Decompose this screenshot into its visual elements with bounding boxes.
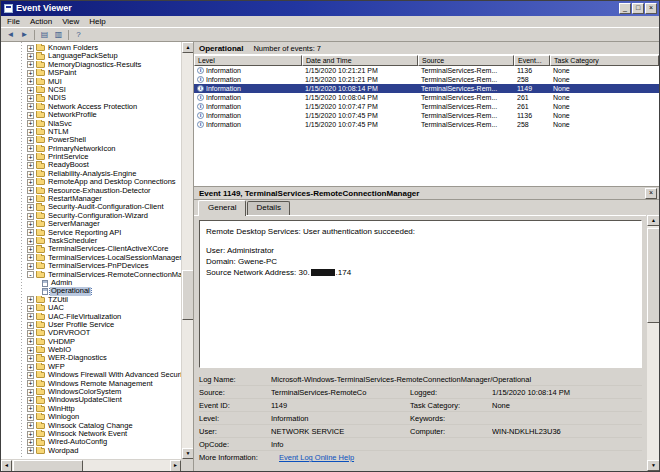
tree-item[interactable]: +PrintService [27,153,181,161]
tree-item[interactable]: +ServerManager [27,220,181,228]
tree-item[interactable]: +Wired-AutoConfig [27,438,181,446]
expand-icon[interactable]: + [27,112,34,119]
scroll-up-icon[interactable]: ▲ [182,42,194,53]
details-vertical-scrollbar[interactable]: ▲ ▼ [646,215,659,471]
tree-item[interactable]: +WFP [27,363,181,371]
tree-item[interactable]: +RemoteApp and Desktop Connections [27,178,181,186]
tree-item[interactable]: +Service Reporting API [27,229,181,237]
expand-icon[interactable]: + [27,405,34,412]
event-row[interactable]: iInformation1/15/2020 10:07:45 PMTermina… [194,120,659,129]
event-row[interactable]: iInformation1/15/2020 10:07:45 PMTermina… [194,111,659,120]
tree-item[interactable]: +Windows Firewall With Advanced Security [27,371,181,379]
tree-item[interactable]: +Winsock Network Event [27,430,181,438]
expand-icon[interactable]: + [27,45,34,52]
tree-item[interactable]: +TerminalServices-LocalSessionManager [27,254,181,262]
help-icon[interactable]: ? [72,29,85,41]
expand-icon[interactable]: + [27,389,34,396]
expand-icon[interactable]: + [27,380,34,387]
event-row[interactable]: iInformation1/15/2020 10:21:21 PMTermina… [194,66,659,75]
tree-item[interactable]: +WindowsColorSystem [27,388,181,396]
tree-item[interactable]: +TerminalServices-PnPDevices [27,262,181,270]
expand-icon[interactable]: + [27,355,34,362]
expand-icon[interactable]: + [27,263,34,270]
expand-icon[interactable]: + [27,422,34,429]
tree-item[interactable]: +NTLM [27,128,181,136]
tree-item[interactable]: +PrimaryNetworkIcon [27,145,181,153]
expand-icon[interactable]: + [27,78,34,85]
column-header-level[interactable]: Level [194,55,302,66]
tree-horizontal-scrollbar[interactable]: ◄ ► [1,459,181,471]
show-console-tree-icon[interactable]: ▤ [38,29,51,41]
expand-icon[interactable]: + [27,95,34,102]
expand-icon[interactable]: + [27,179,34,186]
details-scroll-thumb[interactable] [647,228,660,323]
tree-item[interactable]: +NCSI [27,86,181,94]
tree-item[interactable]: +User Profile Service [27,321,181,329]
expand-icon[interactable]: + [27,70,34,77]
expand-icon[interactable]: + [27,137,34,144]
expand-icon[interactable]: + [27,431,34,438]
expand-icon[interactable]: + [27,103,34,110]
tree-scroll-track[interactable] [182,53,193,448]
expand-icon[interactable]: + [27,53,34,60]
tree-scroll-thumb[interactable] [182,270,194,320]
tree-item[interactable]: +Security-Audit-Configuration-Client [27,203,181,211]
expand-icon[interactable]: + [27,171,34,178]
expand-icon[interactable]: + [27,296,34,303]
expand-icon[interactable]: + [27,154,34,161]
tree-item[interactable]: +Reliability-Analysis-Engine [27,170,181,178]
tree-item[interactable]: +Winsock Catalog Change [27,422,181,430]
tree-item[interactable]: +LanguagePackSetup [27,52,181,60]
expand-icon[interactable]: + [27,221,34,228]
expand-icon[interactable]: + [27,338,34,345]
expand-icon[interactable]: + [27,187,34,194]
tree-item[interactable]: +Security-Configuration-Wizard [27,212,181,220]
menu-file[interactable]: File [2,16,25,27]
expand-icon[interactable]: + [27,129,34,136]
tree-item[interactable]: +WinHttp [27,405,181,413]
details-scroll-track[interactable] [647,226,659,460]
title-bar[interactable]: Event Viewer _ □ × [1,1,659,16]
expand-icon[interactable]: + [27,414,34,421]
expand-icon[interactable]: + [27,213,34,220]
tree-hscroll-thumb[interactable] [13,460,83,471]
tree-item[interactable]: Operational [27,287,181,295]
column-header-date-and-time[interactable]: Date and Time [302,55,418,66]
scroll-down-icon[interactable]: ▼ [182,448,194,459]
expand-icon[interactable]: + [27,229,34,236]
close-details-icon[interactable]: × [645,188,657,199]
expand-icon[interactable]: + [27,87,34,94]
event-log-online-help-link[interactable]: Event Log Online Help [279,453,642,462]
tree-item[interactable]: +WebIO [27,346,181,354]
tree-item[interactable]: +MemoryDiagnostics-Results [27,61,181,69]
tree-item[interactable]: +NetworkProfile [27,111,181,119]
forward-icon[interactable]: ► [18,29,31,41]
expand-icon[interactable]: + [27,246,34,253]
tree-item[interactable]: +VHDMP [27,338,181,346]
tree-item[interactable]: +NDIS [27,94,181,102]
column-header-task-category[interactable]: Task Category [550,55,659,66]
expand-icon[interactable]: + [27,238,34,245]
tree-item[interactable]: +Network Access Protection [27,103,181,111]
tree-item[interactable]: +UAC-FileVirtualization [27,313,181,321]
tree-item[interactable]: +MSPaint [27,69,181,77]
tree-item[interactable]: +PowerShell [27,136,181,144]
column-header-source[interactable]: Source [418,55,514,66]
expand-icon[interactable]: + [27,204,34,211]
event-row[interactable]: iInformation1/15/2020 10:08:04 PMTermina… [194,93,659,102]
tree-item[interactable]: +TerminalServices-ClientActiveXCore [27,245,181,253]
tree-item[interactable]: +ReadyBoost [27,161,181,169]
expand-icon[interactable]: + [27,447,34,454]
close-button[interactable]: × [645,3,657,14]
tree-item[interactable]: +WER-Diagnostics [27,354,181,362]
back-icon[interactable]: ◄ [4,29,17,41]
scroll-down-icon[interactable]: ▼ [647,460,660,471]
tree-item[interactable]: +Known Folders [27,44,181,52]
tree-item[interactable]: +WindowsUpdateClient [27,396,181,404]
expand-icon[interactable]: + [27,364,34,371]
maximize-button[interactable]: □ [632,3,644,14]
expand-icon[interactable]: + [27,196,34,203]
expand-icon[interactable]: + [27,397,34,404]
tree-hscroll-track[interactable] [12,460,170,471]
tree-item[interactable]: +VDRVROOT [27,329,181,337]
